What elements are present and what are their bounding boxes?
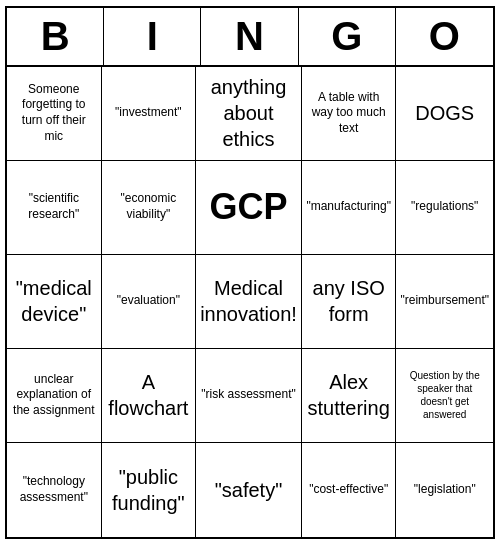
- bingo-cell-6[interactable]: "economic viability": [102, 161, 197, 255]
- bingo-cell-10[interactable]: "medical device": [7, 255, 102, 349]
- header-letter-b: B: [7, 8, 104, 65]
- bingo-cell-2[interactable]: anything about ethics: [196, 67, 302, 161]
- bingo-cell-1[interactable]: "investment": [102, 67, 197, 161]
- bingo-cell-20[interactable]: "technology assessment": [7, 443, 102, 537]
- bingo-cell-24[interactable]: "legislation": [396, 443, 493, 537]
- bingo-cell-11[interactable]: "evaluation": [102, 255, 197, 349]
- header-letter-n: N: [201, 8, 298, 65]
- bingo-cell-8[interactable]: "manufacturing": [302, 161, 397, 255]
- bingo-cell-7[interactable]: GCP: [196, 161, 302, 255]
- bingo-cell-12[interactable]: Medical innovation!: [196, 255, 302, 349]
- bingo-cell-18[interactable]: Alex stuttering: [302, 349, 397, 443]
- bingo-cell-17[interactable]: "risk assessment": [196, 349, 302, 443]
- bingo-grid: Someone forgetting to turn off their mic…: [7, 67, 493, 537]
- header-letter-g: G: [299, 8, 396, 65]
- bingo-cell-14[interactable]: "reimbursement": [396, 255, 493, 349]
- bingo-cell-21[interactable]: "public funding": [102, 443, 197, 537]
- header-letter-o: O: [396, 8, 493, 65]
- bingo-cell-0[interactable]: Someone forgetting to turn off their mic: [7, 67, 102, 161]
- bingo-cell-16[interactable]: A flowchart: [102, 349, 197, 443]
- bingo-cell-15[interactable]: unclear explanation of the assignment: [7, 349, 102, 443]
- bingo-cell-5[interactable]: "scientific research": [7, 161, 102, 255]
- header-letter-i: I: [104, 8, 201, 65]
- bingo-header: BINGO: [7, 8, 493, 67]
- bingo-cell-4[interactable]: DOGS: [396, 67, 493, 161]
- bingo-cell-3[interactable]: A table with way too much text: [302, 67, 397, 161]
- bingo-cell-19[interactable]: Question by the speaker that doesn't get…: [396, 349, 493, 443]
- bingo-card: BINGO Someone forgetting to turn off the…: [5, 6, 495, 539]
- bingo-cell-9[interactable]: "regulations": [396, 161, 493, 255]
- bingo-cell-13[interactable]: any ISO form: [302, 255, 397, 349]
- bingo-cell-23[interactable]: "cost-effective": [302, 443, 397, 537]
- bingo-cell-22[interactable]: "safety": [196, 443, 302, 537]
